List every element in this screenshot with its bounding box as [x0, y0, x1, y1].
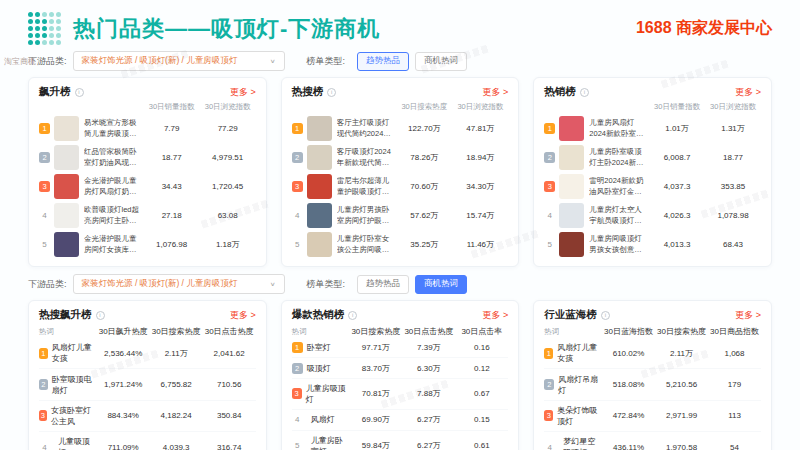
product-title: 儿童房风扇灯2024新款卧室灯现代简约电扇灯男孩女孩吸顶灯带风扇	[589, 118, 649, 138]
category-select[interactable]: 家装灯饰光源 / 吸顶灯(新) / 儿童房吸顶灯 ∨	[73, 51, 285, 71]
metric-value: 83.70万	[349, 363, 402, 374]
board-title: 飙升榜	[39, 85, 71, 99]
info-icon[interactable]: i	[580, 88, 589, 97]
metric-value: 6,755.82	[150, 380, 203, 389]
col-header: 热词	[39, 327, 97, 337]
info-icon[interactable]: i	[75, 88, 84, 97]
keyword-text: 风扇灯儿童女孩	[52, 342, 97, 364]
col-header: 30日搜索热度	[349, 326, 402, 337]
rank-badge: 3	[292, 181, 303, 192]
rank-number: 4	[544, 443, 555, 450]
column-headers: 热词 30日蓝海指数 30日搜索热度 30日商品指数	[544, 326, 761, 337]
keyword-row: 2卧室吸顶电扇灯 1,971.24% 6,755.82 710.56	[39, 369, 256, 400]
dots-logo-icon	[28, 12, 61, 45]
metric-value: 78.26万	[396, 152, 452, 163]
keyword-row: 4儿童吸顶灯 711.09% 4,039.3 316.74	[39, 432, 256, 450]
product-row[interactable]: 1 客厅主灯吸顶灯现代简约2024年新款广东全屋套餐组合大气中山灯具 122.7…	[292, 116, 509, 141]
col-header: 热词	[292, 327, 350, 337]
keyword-text: 梦幻星空吸顶灯	[563, 436, 602, 450]
category-select[interactable]: 家装灯饰光源 / 吸顶灯(新) / 儿童房吸顶灯 ∨	[73, 274, 285, 294]
product-title: 儿童房卧室吸顶灯主卧2024新款简约现代房间奶油风云朵中山灯具2	[589, 147, 649, 167]
page-root: 热门品类——吸顶灯-下游商机 1688 商家发展中心 淘宝商机 下游品类: 家装…	[0, 0, 800, 450]
keyword-row: 4风扇灯 69.90万 6.27万 0.15	[292, 410, 509, 430]
metric-value: 4,039.3	[150, 443, 203, 450]
metric-value: 6.27万	[402, 440, 455, 450]
metric-value: 1,971.24%	[97, 380, 150, 389]
product-title: 欧普吸顶灯led超亮房间灯主卧室灯具客厅创意现代简约大气2024新款	[84, 205, 144, 225]
product-row[interactable]: 3 雷尼韦尔超薄儿童护眼吸顶灯书房灯儿童房灯卧室灯简约现代灯具 70.60万 3…	[292, 174, 509, 199]
product-row[interactable]: 1 儿童房风扇灯2024新款卧室灯现代简约电扇灯男孩女孩吸顶灯带风扇 1.01万…	[544, 116, 761, 141]
more-link[interactable]: 更多 >	[483, 309, 509, 322]
info-icon[interactable]: i	[348, 311, 357, 320]
product-row[interactable]: 1 易米晓宣方形极简儿童房吸顶灯创意月球半吊顶男孩女孩房间ed 7.79 77.…	[39, 116, 256, 141]
product-row[interactable]: 3 金光潜护眼儿童房灯风扇灯奶油风创意简约男孩女孩飞机卧室吸顶灯 34.43 1…	[39, 174, 256, 199]
metric-value: 7.79	[144, 124, 200, 133]
product-row[interactable]: 5 儿童房灯卧室女孩公主房间吸顶灯护眼房女童创意卡通2024新款灯具 35.25…	[292, 232, 509, 257]
metric-value: 1,076.98	[144, 240, 200, 249]
product-row[interactable]: 5 金光潜护眼儿童房间灯女孩库洛米卡通吸顶灯可爱大房间卧室灯 1,076.98 …	[39, 232, 256, 257]
tab-opportunity-keywords[interactable]: 商机热词	[415, 275, 467, 294]
product-row[interactable]: 4 儿童房灯太空人宇航员吸顶灯星球卡通房间卧室灯小女孩公主房间灯 4,026.3…	[544, 203, 761, 228]
col-header: 30日销量指数	[649, 102, 705, 112]
more-link[interactable]: 更多 >	[483, 86, 509, 99]
metric-value: 610.02%	[602, 349, 655, 358]
info-icon[interactable]: i	[96, 311, 105, 320]
metric-value: 27.18	[144, 211, 200, 220]
metric-value: 5,210.56	[655, 380, 708, 389]
board-title: 热搜榜	[292, 85, 324, 99]
metric-value: 1,068	[708, 349, 761, 358]
board-title: 热搜飙升榜	[39, 308, 92, 322]
metric-value: 472.84%	[602, 411, 655, 420]
product-row[interactable]: 2 儿童房卧室吸顶灯主卧2024新款简约现代房间奶油风云朵中山灯具2 6,008…	[544, 145, 761, 170]
col-header: 30日点击热度	[402, 326, 455, 337]
product-row[interactable]: 2 客厅吸顶灯2024年新款现代简约大气主灯全屋套餐组合精灵智能灯具 78.26…	[292, 145, 509, 170]
tab-trend-hot-products[interactable]: 趋势热品	[357, 275, 409, 294]
metric-value: 4,037.3	[649, 182, 705, 191]
product-title: 客厅主灯吸顶灯现代简约2024年新款广东全屋套餐组合大气中山灯具	[337, 118, 397, 138]
product-row[interactable]: 3 雷明2024新款奶油风卧室灯金光潜护眼主卧儿童书房超薄圆形吸顶灯 4,037…	[544, 174, 761, 199]
rank-number: 5	[544, 240, 555, 249]
product-title: 易米晓宣方形极简儿童房吸顶灯创意月球半吊顶男孩女孩房间ed	[84, 118, 144, 138]
product-row[interactable]: 4 儿童房灯男孩卧室房间灯护眼吸顶灯具新款现代简约太空人宇航员风扇 57.62万…	[292, 203, 509, 228]
board-title: 行业蓝海榜	[544, 308, 597, 322]
keyword-text: 奥朵灯饰吸顶灯	[557, 405, 602, 427]
card-header: 爆款热销榜 i 更多 >	[292, 308, 509, 322]
chevron-down-icon: ∨	[270, 281, 276, 287]
more-link[interactable]: 更多 >	[230, 86, 256, 99]
metric-value: 34.43	[144, 182, 200, 191]
metric-value: 6.30万	[402, 363, 455, 374]
keyword-text: 风扇灯吊扇灯	[558, 374, 602, 396]
more-link[interactable]: 更多 >	[230, 309, 256, 322]
rank-number: 4	[39, 443, 50, 450]
metric-value: 57.62万	[396, 210, 452, 221]
filter-row-top: 下游品类: 家装灯饰光源 / 吸顶灯(新) / 儿童房吸顶灯 ∨ 榜单类型: 趋…	[28, 51, 772, 71]
metric-value: 4,979.51	[200, 153, 256, 162]
metric-value: 18.77	[705, 153, 761, 162]
metric-value: 77.29	[200, 124, 256, 133]
board-type-group: 榜单类型: 趋势热品 商机热词	[307, 52, 468, 71]
product-title: 客厅吸顶灯2024年新款现代简约大气主灯全屋套餐组合精灵智能灯具	[337, 147, 397, 167]
info-icon[interactable]: i	[601, 311, 610, 320]
metric-value: 1.01万	[649, 123, 705, 134]
metric-value: 0.16	[455, 343, 508, 352]
product-row[interactable]: 2 红品管家极简卧室灯奶油风现代温馨护眼女孩公主儿童房吸顶灯具 18.77 4,…	[39, 145, 256, 170]
info-icon[interactable]: i	[327, 88, 336, 97]
board-card-search-soaring: 热搜飙升榜 i 更多 > 热词 30日飙升热度 30日搜索热度 30日点击热度 …	[28, 300, 267, 450]
metric-value: 1,078.98	[705, 211, 761, 220]
metric-value: 2,041.62	[203, 349, 256, 358]
board-card-soaring: 飙升榜 i 更多 > 30日销量指数 30日浏览指数 1 易米晓宣方形极简儿童房…	[28, 77, 267, 267]
metric-value: 15.74万	[452, 210, 508, 221]
product-row[interactable]: 4 欧普吸顶灯led超亮房间灯主卧室灯具客厅创意现代简约大气2024新款 27.…	[39, 203, 256, 228]
metric-value: 0.61	[455, 441, 508, 450]
keyword-text: 儿童房吸顶灯	[306, 383, 350, 405]
rank-badge: 3	[39, 181, 50, 192]
col-header: 30日飙升热度	[97, 326, 150, 337]
more-link[interactable]: 更多 >	[735, 86, 761, 99]
product-row[interactable]: 5 儿童房间吸顶灯男孩女孩创意卡通风卧室灯现代简约公主房间灯具 4,013.3 …	[544, 232, 761, 257]
metric-value: 2,971.99	[655, 411, 708, 420]
tab-opportunity-keywords[interactable]: 商机热词	[415, 52, 467, 71]
tab-trend-hot-products[interactable]: 趋势热品	[357, 52, 409, 71]
metric-value: 6,008.7	[649, 153, 705, 162]
more-link[interactable]: 更多 >	[735, 309, 761, 322]
chevron-down-icon: ∨	[270, 58, 276, 64]
